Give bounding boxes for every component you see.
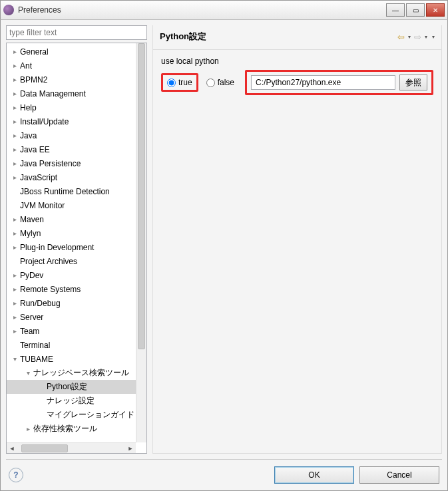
- tree-item-label: TUBAME: [20, 355, 53, 364]
- tree-item-label: Mylyn: [20, 229, 41, 238]
- tree-item-label: Remote Systems: [20, 285, 81, 294]
- nav-back-icon[interactable]: ⇦: [396, 32, 406, 42]
- tree-item[interactable]: ▸Maven: [7, 212, 136, 226]
- cancel-button[interactable]: Cancel: [359, 466, 439, 484]
- tree-item[interactable]: ▸Java Persistence: [7, 156, 136, 170]
- tree-item[interactable]: ▸BPMN2: [7, 73, 136, 86]
- tree-item[interactable]: Terminal: [7, 338, 136, 352]
- twisty-closed-icon[interactable]: ▸: [9, 48, 20, 55]
- tree-item[interactable]: ▸PyDev: [7, 268, 136, 282]
- use-local-python-label: use local python: [161, 57, 433, 66]
- tree-item[interactable]: ▸Plug-in Development: [7, 240, 136, 254]
- tree-item-label: Python設定: [47, 381, 87, 393]
- twisty-closed-icon[interactable]: ▸: [9, 76, 20, 83]
- tree-item-label: PyDev: [20, 271, 43, 280]
- tree-item[interactable]: ナレッジ設定: [7, 394, 136, 408]
- tree-item[interactable]: Python設定: [7, 380, 136, 394]
- twisty-closed-icon[interactable]: ▸: [9, 271, 20, 279]
- tree-item[interactable]: JBoss Runtime Detection: [7, 184, 136, 198]
- tree-item[interactable]: ▸Ant: [7, 59, 136, 73]
- tree-item-label: BPMN2: [20, 75, 47, 84]
- tree-item-label: ナレッジベース検索ツール: [33, 367, 129, 379]
- twisty-closed-icon[interactable]: ▸: [9, 146, 20, 153]
- nav-forward-icon[interactable]: ⇨: [413, 32, 423, 42]
- tree-item-label: Server: [20, 313, 43, 322]
- filter-input[interactable]: [6, 25, 147, 40]
- tree-item[interactable]: ▸General: [7, 45, 136, 59]
- tree-item-label: Run/Debug: [20, 299, 61, 308]
- tree-item-label: Install/Update: [20, 117, 69, 126]
- tree-item[interactable]: ▸Java EE: [7, 142, 136, 156]
- twisty-closed-icon[interactable]: ▸: [9, 132, 20, 139]
- tree-container: ▸General▸Ant▸BPMN2▸Data Management▸Help▸…: [6, 43, 147, 454]
- tree-item[interactable]: ▸Java: [7, 128, 136, 142]
- twisty-closed-icon[interactable]: ▸: [9, 216, 20, 223]
- tree-item[interactable]: ▸依存性検索ツール: [7, 422, 136, 436]
- twisty-closed-icon[interactable]: ▸: [23, 425, 33, 432]
- python-path-input[interactable]: [251, 75, 395, 90]
- twisty-closed-icon[interactable]: ▸: [9, 90, 20, 97]
- tree-item[interactable]: ▾TUBAME: [7, 352, 136, 366]
- minimize-button[interactable]: —: [386, 3, 405, 17]
- twisty-closed-icon[interactable]: ▸: [9, 174, 20, 181]
- tree-item[interactable]: ▸Run/Debug: [7, 296, 136, 310]
- tree-item-label: Project Archives: [20, 257, 77, 266]
- maximize-button[interactable]: ▭: [406, 3, 425, 17]
- page-title: Python設定: [160, 31, 396, 43]
- tree-item-label: Plug-in Development: [20, 243, 94, 252]
- tree-item-label: Team: [20, 327, 39, 336]
- close-button[interactable]: ✕: [426, 3, 445, 17]
- twisty-closed-icon[interactable]: ▸: [9, 244, 20, 251]
- nav-back-menu[interactable]: ▾: [406, 34, 413, 40]
- help-icon[interactable]: ?: [9, 468, 23, 482]
- horizontal-scrollbar[interactable]: ◄ ►: [7, 442, 136, 453]
- radio-false-input[interactable]: [206, 79, 215, 87]
- tree-item[interactable]: ▸JavaScript: [7, 170, 136, 184]
- twisty-open-icon[interactable]: ▾: [23, 369, 33, 377]
- preferences-tree[interactable]: ▸General▸Ant▸BPMN2▸Data Management▸Help▸…: [7, 43, 136, 442]
- tree-item[interactable]: ▾ナレッジベース検索ツール: [7, 366, 136, 380]
- twisty-open-icon[interactable]: ▾: [9, 355, 20, 363]
- tree-item-label: ナレッジ設定: [47, 395, 95, 407]
- twisty-closed-icon[interactable]: ▸: [9, 327, 20, 335]
- tree-item[interactable]: ▸Team: [7, 324, 136, 338]
- tree-item-label: マイグレーションガイド: [47, 409, 134, 420]
- twisty-closed-icon[interactable]: ▸: [9, 313, 20, 321]
- vertical-scrollbar[interactable]: [136, 43, 146, 442]
- tree-item[interactable]: ▸Remote Systems: [7, 282, 136, 296]
- tree-item-label: Maven: [20, 215, 44, 224]
- tree-item-label: JBoss Runtime Detection: [20, 187, 110, 196]
- tree-item-label: Data Management: [20, 89, 86, 98]
- nav-menu-icon[interactable]: ▾: [429, 34, 435, 40]
- twisty-closed-icon[interactable]: ▸: [9, 104, 20, 111]
- tree-item[interactable]: JVM Monitor: [7, 198, 136, 212]
- twisty-closed-icon[interactable]: ▸: [9, 230, 20, 237]
- right-panel: Python設定 ⇦ ▾ ⇨ ▾ ▾ use local python true…: [152, 25, 442, 454]
- tree-item-label: JavaScript: [20, 173, 57, 182]
- radio-true[interactable]: true: [161, 73, 198, 92]
- tree-item[interactable]: ▸Server: [7, 310, 136, 324]
- nav-forward-menu[interactable]: ▾: [423, 34, 429, 40]
- twisty-closed-icon[interactable]: ▸: [9, 160, 20, 167]
- browse-button[interactable]: 参照: [399, 75, 427, 90]
- twisty-closed-icon[interactable]: ▸: [9, 285, 20, 293]
- preferences-dialog: ▸General▸Ant▸BPMN2▸Data Management▸Help▸…: [0, 20, 448, 491]
- twisty-closed-icon[interactable]: ▸: [9, 118, 20, 125]
- tree-item[interactable]: ▸Data Management: [7, 86, 136, 100]
- tree-item[interactable]: Project Archives: [7, 254, 136, 268]
- radio-false[interactable]: false: [202, 75, 238, 90]
- tree-item[interactable]: ▸Help: [7, 100, 136, 114]
- tree-item-label: 依存性検索ツール: [33, 423, 97, 434]
- twisty-closed-icon[interactable]: ▸: [9, 62, 20, 69]
- radio-false-label: false: [218, 78, 234, 87]
- tree-item[interactable]: ▸Mylyn: [7, 226, 136, 240]
- tree-item-label: Java Persistence: [20, 159, 81, 168]
- ok-button[interactable]: OK: [274, 466, 354, 484]
- tree-item[interactable]: ▸Install/Update: [7, 114, 136, 128]
- radio-true-label: true: [178, 78, 192, 87]
- titlebar: Preferences — ▭ ✕: [0, 0, 448, 20]
- twisty-closed-icon[interactable]: ▸: [9, 299, 20, 307]
- tree-item-label: Terminal: [20, 341, 50, 350]
- radio-true-input[interactable]: [167, 79, 176, 87]
- tree-item[interactable]: マイグレーションガイド: [7, 408, 136, 422]
